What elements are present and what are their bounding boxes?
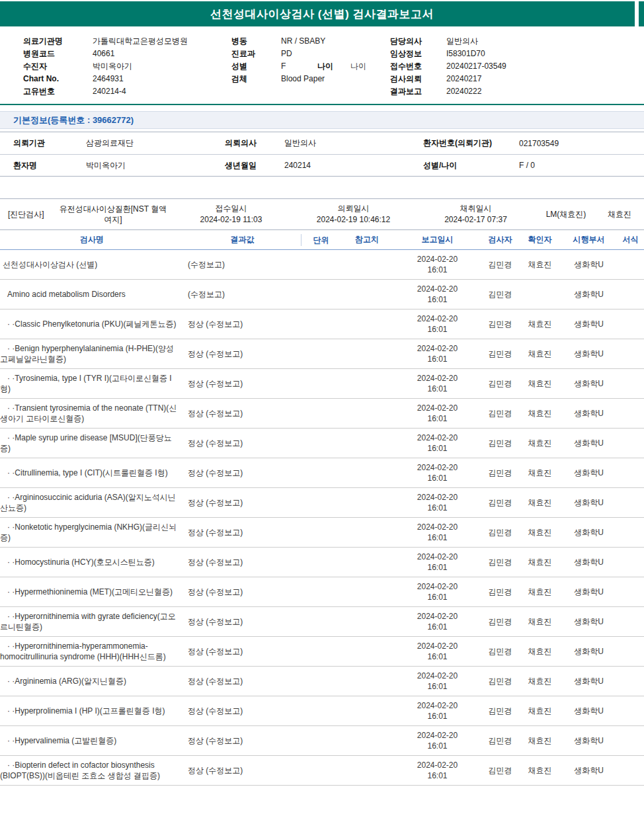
department-name: 생화학U [561,765,617,776]
result-value: 정상 (수정보고) [184,438,301,449]
info-label: 의뢰의사 [212,138,284,149]
info-label: 나이 [317,60,350,73]
info-label: 병원코드 [23,48,93,60]
report-time: 16:01 [393,503,481,513]
lab-report-page: { "colors": { "accent_teal": "#00796B", … [0,0,644,822]
result-row: · ·Hypermethioninemia (MET)(고메티오닌혈증)정상 (… [0,577,644,607]
tester-name: 김민경 [481,468,519,479]
confirmer-name: 채효진 [519,378,561,390]
report-datetime: 2024-02-2016:01 [393,373,481,394]
basic-info-table: 의뢰기관 삼광의료재단 의뢰의사 일반의사 환자번호(의뢰기관) 0217035… [0,132,644,177]
info-label: 성별 [231,60,281,73]
test-name: · ·Transient tyrosinemia of the neonate … [0,403,184,424]
test-name: 선천성대사이상검사 (선별) [0,259,184,270]
result-value: 정상 (수정보고) [184,349,301,360]
info-label: 성별/나이 [410,160,519,171]
result-row: · ·Hyperprolinemia I (HP I)(고프롤린혈증 I형)정상… [0,696,644,726]
report-title-bar: 선천성대사이상검사 (선별) 검사결과보고서 [0,1,644,26]
result-value: 정상 (수정보고) [184,646,301,657]
column-header-report-date: 보고일시 [393,234,481,245]
info-value: F / 0 [519,161,644,170]
info-row: 검사의뢰20240217 [390,73,644,85]
department-name: 생화학U [561,349,617,360]
test-name: · ·Hyperprolinemia I (HP I)(고프롤린혈증 I형) [0,706,184,716]
titlebar-gap [635,1,639,26]
header-info-col3: 담당의사일반의사임상정보I58301D70접수번호20240217-03549검… [390,35,644,98]
department-name: 생화학U [561,468,617,479]
confirmer-name: 채효진 [519,735,561,747]
result-row: · ·Maple syrup urine disease [MSUD](단풍당뇨… [0,429,644,458]
info-value: 일반의사 [446,35,644,48]
department-name: 생화학U [561,289,617,300]
result-row: · ·Citrullinemia, type I (CIT)(시트룰린혈증 I형… [0,458,644,488]
report-time: 16:01 [393,443,481,454]
info-value: 40661 [93,48,231,60]
report-datetime: 2024-02-2016:01 [393,700,481,721]
info-value: 가톨릭대학교은평성모병원 [93,35,231,48]
info-value: PD [281,48,390,60]
info-row: 병원코드40661 [23,48,231,60]
report-time: 16:01 [393,532,481,543]
info-value: 021703549 [519,139,644,148]
test-name: · ·Argininemia (ARG)(알지닌혈증) [0,676,184,686]
result-value: 정상 (수정보고) [184,735,301,747]
tester-name: 김민경 [481,557,519,568]
confirmer-name: 채효진 [519,557,561,568]
collector-lm: LM(채효진) [537,209,595,220]
info-row: 수진자박미옥아기 [23,60,231,73]
result-row: · ·Biopterin defect in cofactor biosynth… [0,756,644,786]
collection-value: 2024-02-17 07:37 [444,215,507,224]
info-value: 박미옥아기 [93,60,231,73]
column-header-tester: 검사자 [481,234,519,245]
result-row: · ·Transient tyrosinemia of the neonate … [0,399,644,429]
tester-name: 김민경 [481,259,519,270]
report-time: 16:01 [393,354,481,364]
info-label: 수진자 [23,60,93,73]
tester-name: 김민경 [481,527,519,538]
test-name: · ·Argininosuccinic aciduria (ASA)(알지노석시… [0,492,184,513]
confirmer-name: 채효진 [519,527,561,538]
report-time: 16:01 [393,681,481,692]
report-datetime: 2024-02-2016:01 [393,403,481,424]
basic-info-row: 환자명 박미옥아기 생년월일 240214 성별/나이 F / 0 [0,154,644,176]
request-datetime: 의뢰일시 2024-02-19 10:46:12 [292,203,415,226]
collector-name: 채효진 [595,209,644,220]
info-label: 병동 [231,35,281,48]
test-name: · ·Biopterin defect in cofactor biosynth… [0,760,184,781]
info-row: 접수번호20240217-03549 [390,60,644,73]
report-datetime: 2024-02-2016:01 [393,552,481,573]
report-time: 16:01 [393,622,481,632]
result-row: · ·Hypervalinemia (고발린혈증)정상 (수정보고)2024-0… [0,726,644,756]
report-time: 16:01 [393,562,481,573]
info-value: 20240217-03549 [446,60,644,73]
info-value: 20240222 [446,85,644,98]
info-label: 환자번호(의뢰기관) [410,138,519,149]
report-date: 2024-02-20 [393,581,481,592]
info-row: 결과보고20240222 [390,85,644,98]
result-row: · ·Homocystinuria (HCY)(호모시스틴뇨증)정상 (수정보고… [0,548,644,577]
info-row: 담당의사일반의사 [390,35,644,48]
info-value: 240214 [284,161,410,170]
request-label: 의뢰일시 [292,203,415,214]
column-header-test-name: 검사명 [0,234,184,245]
info-label: Chart No. [23,73,93,85]
report-datetime: 2024-02-2016:01 [393,284,481,305]
order-category: [진단검사] [0,209,56,220]
info-label: 의료기관명 [23,35,93,48]
report-time: 16:01 [393,770,481,781]
department-name: 생화학U [561,616,617,628]
test-name: · ·Maple syrup urine disease [MSUD](단풍당뇨… [0,432,184,454]
result-value: 정상 (수정보고) [184,765,301,776]
report-datetime: 2024-02-2016:01 [393,432,481,454]
result-row: · ·Argininosuccinic aciduria (ASA)(알지노석시… [0,488,644,518]
collection-datetime: 채취일시 2024-02-17 07:37 [415,203,537,226]
receipt-label: 접수일시 [170,203,292,214]
tester-name: 김민경 [481,438,519,449]
tester-name: 김민경 [481,765,519,776]
info-row: Chart No.2464931 [23,73,231,85]
report-date: 2024-02-20 [393,671,481,681]
department-name: 생화학U [561,706,617,717]
report-datetime: 2024-02-2016:01 [393,313,481,335]
info-row: 임상정보I58301D70 [390,48,644,60]
report-datetime: 2024-02-2016:01 [393,611,481,632]
